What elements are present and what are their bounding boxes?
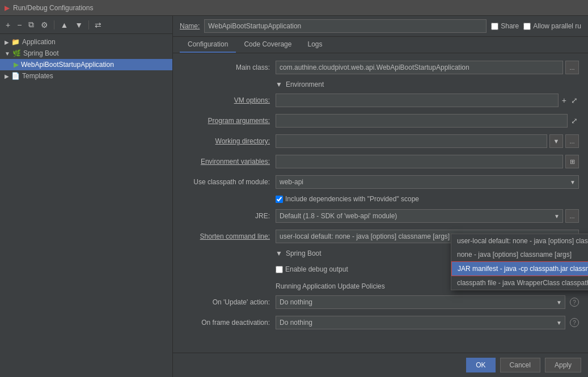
name-input[interactable]: [204, 19, 487, 33]
program-args-input-group: ⤢: [276, 114, 579, 128]
dropdown-item-user-local[interactable]: user-local default: none - java [options…: [451, 234, 588, 248]
working-dir-browse-button[interactable]: ...: [565, 134, 579, 148]
apply-button[interactable]: Apply: [545, 358, 581, 372]
shorten-cmd-dropdown: user-local default: none - java [options…: [451, 234, 588, 290]
working-dir-input[interactable]: [276, 134, 547, 148]
tree-item-spring-boot[interactable]: ▼ 🌿 Spring Boot: [0, 48, 172, 59]
spring-icon: 🌿: [12, 49, 21, 57]
copy-button[interactable]: ⧉: [26, 19, 36, 31]
include-dep-checkbox[interactable]: [276, 196, 283, 203]
on-frame-select[interactable]: Do nothing: [276, 316, 565, 329]
classpath-input-group: web-api ▼: [276, 175, 579, 189]
dropdown-item-classpath-file[interactable]: classpath file - java WrapperClass class…: [451, 276, 588, 290]
include-dep-row: Include dependencies with "Provided" sco…: [276, 195, 579, 203]
working-dir-row: Working directory: ▼ ...: [182, 134, 579, 149]
include-dep-label: Include dependencies with "Provided" sco…: [285, 195, 419, 203]
jre-select[interactable]: Default (1.8 - SDK of 'web-api' module): [276, 209, 563, 223]
vm-options-input[interactable]: [276, 94, 559, 107]
arrow-icon: ▶: [5, 39, 9, 45]
application-icon: 📁: [11, 38, 20, 46]
on-frame-label: On frame deactivation:: [182, 319, 276, 327]
title-bar: ▶ Run/Debug Configurations: [0, 0, 588, 16]
arrow-spring-icon: ▼: [5, 50, 10, 57]
main-class-label: Main class:: [182, 63, 276, 71]
cancel-button[interactable]: Cancel: [500, 358, 540, 372]
bottom-bar: OK Cancel Apply: [173, 353, 588, 377]
env-vars-label: Environment variables:: [182, 158, 276, 166]
title-icon: ▶: [5, 4, 10, 12]
environment-label: Environment: [286, 81, 324, 88]
enable-debug-label: Enable debug output: [285, 265, 348, 273]
jre-browse-button[interactable]: ...: [565, 209, 579, 223]
jre-select-wrapper: Default (1.8 - SDK of 'web-api' module) …: [276, 209, 563, 223]
tree-item-webapi[interactable]: ▶ WebApiBootStartupApplication: [0, 59, 172, 70]
add-button[interactable]: +: [3, 19, 12, 31]
share-label: Share: [501, 22, 519, 30]
tree-item-application[interactable]: ▶ 📁 Application: [0, 36, 172, 48]
spring-boot-arrow-icon: ▼: [276, 249, 282, 257]
shorten-cmd-label: Shorten command line:: [182, 232, 276, 240]
toolbar: + − ⧉ ⚙ ▲ ▼ ⇄: [0, 16, 172, 34]
classpath-select[interactable]: web-api: [276, 175, 579, 189]
title-text: Run/Debug Configurations: [13, 4, 93, 12]
vm-options-row: VM options: + ⤢: [182, 93, 579, 108]
program-args-row: Program arguments: ⤢: [182, 113, 579, 128]
vm-options-label: VM options:: [182, 96, 276, 104]
main-class-input-group: ...: [276, 61, 579, 74]
vm-options-fullscreen-button[interactable]: ⤢: [570, 96, 579, 105]
spring-boot-label: Spring Boot: [23, 49, 59, 57]
environment-section: ▼ Environment: [182, 81, 579, 88]
separator-1: [54, 20, 54, 29]
right-panel: Name: Share Allow parallel ru Configurat…: [173, 16, 588, 377]
enable-debug-checkbox-label[interactable]: Enable debug output: [276, 265, 348, 273]
move-down-button[interactable]: ▼: [73, 19, 85, 31]
enable-debug-checkbox[interactable]: [276, 266, 283, 273]
dropdown-item-jar-manifest[interactable]: JAR manifest - java -cp classpath.jar cl…: [451, 261, 588, 276]
env-vars-input[interactable]: [276, 155, 563, 168]
jre-input-group: Default (1.8 - SDK of 'web-api' module) …: [276, 209, 579, 223]
move-up-button[interactable]: ▲: [58, 19, 70, 31]
program-args-expand-button[interactable]: ⤢: [570, 116, 579, 125]
working-dir-label: Working directory:: [182, 137, 276, 145]
on-frame-select-wrapper: Do nothing ▼: [276, 316, 565, 329]
env-arrow-icon: ▼: [276, 81, 282, 88]
on-update-label: On 'Update' action:: [182, 298, 276, 306]
name-label: Name:: [180, 22, 200, 30]
include-dep-checkbox-label[interactable]: Include dependencies with "Provided" sco…: [276, 195, 419, 203]
classpath-row: Use classpath of module: web-api ▼: [182, 175, 579, 189]
working-dir-dropdown-button[interactable]: ▼: [549, 134, 563, 148]
parallel-checkbox[interactable]: [523, 23, 531, 30]
tree-item-templates[interactable]: ▶ 📄 Templates: [0, 70, 172, 82]
working-dir-input-group: ▼ ...: [276, 134, 579, 148]
program-args-input[interactable]: [276, 114, 568, 128]
env-vars-browse-button[interactable]: ⊞: [565, 155, 579, 168]
on-frame-help-icon[interactable]: ?: [570, 318, 579, 327]
main-class-input[interactable]: [276, 61, 563, 74]
arrow-templates-icon: ▶: [5, 73, 9, 79]
share-checkbox-label[interactable]: Share: [491, 22, 519, 30]
ok-button[interactable]: OK: [466, 358, 495, 372]
on-frame-input-group: Do nothing ▼ ?: [276, 316, 579, 329]
on-frame-row: On frame deactivation: Do nothing ▼ ?: [182, 315, 579, 330]
sidebar: + − ⧉ ⚙ ▲ ▼ ⇄ ▶ 📁 Application ▼ 🌿 Spring…: [0, 16, 173, 377]
header-right: Share Allow parallel ru: [491, 22, 581, 30]
tab-configuration[interactable]: Configuration: [180, 37, 236, 53]
parallel-checkbox-label[interactable]: Allow parallel ru: [523, 22, 581, 30]
program-args-label: Program arguments:: [182, 117, 276, 125]
settings-button[interactable]: ⚙: [39, 19, 50, 31]
templates-label: Templates: [22, 72, 53, 80]
tab-code-coverage[interactable]: Code Coverage: [236, 37, 299, 53]
templates-icon: 📄: [11, 72, 20, 80]
on-update-help-icon[interactable]: ?: [570, 298, 579, 307]
remove-button[interactable]: −: [15, 19, 24, 31]
vm-options-expand-button[interactable]: +: [561, 96, 568, 105]
sort-button[interactable]: ⇄: [92, 19, 104, 31]
tabs-bar: Configuration Code Coverage Logs: [173, 37, 588, 53]
main-class-browse-button[interactable]: ...: [565, 61, 579, 74]
on-update-select[interactable]: Do nothing: [276, 295, 565, 309]
share-checkbox[interactable]: [491, 23, 498, 30]
dropdown-item-none[interactable]: none - java [options] classname [args]: [451, 248, 588, 261]
tab-logs[interactable]: Logs: [299, 37, 330, 53]
name-bar: Name: Share Allow parallel ru: [173, 16, 588, 37]
separator-2: [88, 20, 89, 29]
